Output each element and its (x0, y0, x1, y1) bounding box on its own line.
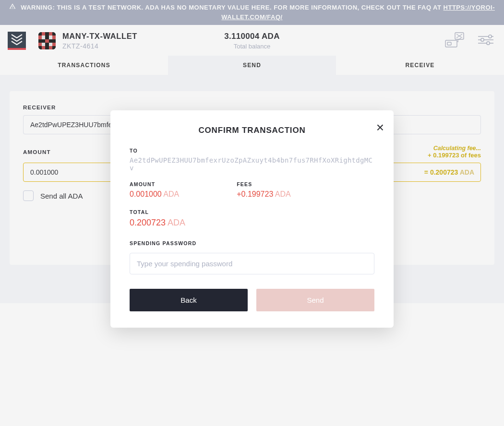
modal-amount-label: AMOUNT (130, 181, 179, 187)
spending-password-input[interactable] (130, 253, 374, 274)
modal-total-value: 0.200723 ADA (130, 218, 374, 228)
modal-total-label: TOTAL (130, 209, 374, 215)
modal-amount-value: 0.001000 ADA (130, 190, 179, 199)
spending-password-label: SPENDING PASSWORD (130, 240, 374, 246)
confirm-transaction-modal: × CONFIRM TRANSACTION TO Ae2tdPwUPEZ3HUU… (110, 110, 394, 328)
modal-title: CONFIRM TRANSACTION (130, 126, 374, 135)
send-button[interactable]: Send (256, 289, 374, 311)
modal-fees-label: FEES (237, 181, 291, 187)
close-icon[interactable]: × (376, 121, 384, 134)
modal-fees-value: +0.199723 ADA (237, 190, 291, 199)
to-label: TO (130, 148, 374, 154)
back-button[interactable]: Back (130, 289, 248, 311)
to-address: Ae2tdPwUPEZ3HUU7bmfexrUzoZpAZxuyt4b4bn7f… (130, 156, 374, 172)
